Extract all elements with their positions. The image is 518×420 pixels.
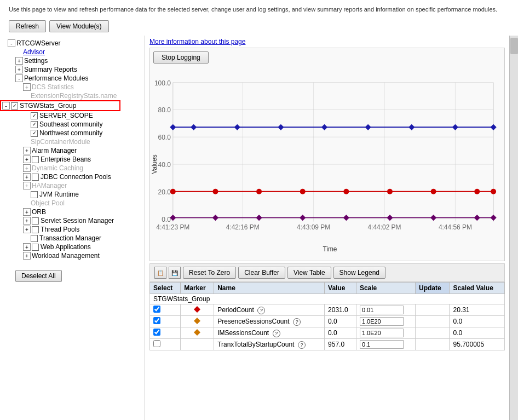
expander-workload-icon[interactable]: +: [23, 252, 31, 260]
sidebar-item-rtcgw[interactable]: - RTCGWServer: [0, 39, 145, 48]
expander-stgw-icon[interactable]: -: [2, 102, 10, 110]
help-icon-im[interactable]: ?: [273, 330, 280, 337]
row-select-cell[interactable]: [150, 304, 181, 316]
sidebar-item-alarm[interactable]: + Alarm Manager: [0, 146, 145, 155]
sidebar-item-summary-reports[interactable]: + Summary Reports: [0, 65, 145, 74]
copy-icon-button[interactable]: 📋: [154, 267, 166, 279]
sidebar-item-dcs[interactable]: + DCS Statistics: [0, 83, 145, 91]
sidebar-item-northwest[interactable]: ✓ Northwest community: [0, 129, 145, 137]
checkbox-enterprise[interactable]: [32, 156, 39, 163]
checkbox-jdbc[interactable]: [32, 174, 39, 181]
help-icon-period[interactable]: ?: [257, 307, 265, 314]
deselect-all-button[interactable]: Deselect All: [15, 270, 62, 282]
sidebar-label-workload: Workload Management: [32, 252, 100, 260]
row-checkbox-presence[interactable]: [153, 317, 160, 324]
sidebar-item-enterprise-beans[interactable]: + Enterprise Beans: [0, 155, 145, 164]
expander-settings-icon[interactable]: +: [15, 57, 23, 65]
export-icon-button[interactable]: 💾: [169, 267, 181, 279]
row-checkbox-im[interactable]: [153, 329, 160, 336]
sidebar-item-orb[interactable]: + ORB: [0, 208, 145, 216]
toolbar: Refresh View Module(s): [0, 17, 518, 36]
row-select-cell[interactable]: [150, 339, 181, 350]
col-header-value: Value: [325, 283, 356, 294]
svg-rect-43: [170, 215, 176, 221]
sidebar-item-jvm[interactable]: JVM Runtime: [0, 190, 145, 199]
sidebar-item-servlet[interactable]: + Servlet Session Manager: [0, 216, 145, 225]
sidebar-label-sip: SipContainerModule: [31, 138, 90, 146]
help-icon-tranx[interactable]: ?: [298, 341, 306, 349]
diamond-marker-im: [194, 329, 200, 336]
svg-point-37: [300, 189, 306, 194]
svg-rect-48: [387, 215, 393, 221]
scale-input-presence[interactable]: [360, 317, 404, 326]
row-scale-cell-presence[interactable]: [356, 316, 415, 327]
sidebar-label-jvm: JVM Runtime: [39, 191, 79, 198]
sidebar-item-web-apps[interactable]: + Web Applications: [0, 243, 145, 251]
sidebar-label-settings: Settings: [24, 57, 48, 65]
reset-to-zero-button[interactable]: Reset To Zero: [183, 267, 236, 279]
scale-input-tranx[interactable]: [360, 340, 404, 349]
svg-text:4:43:09 PM: 4:43:09 PM: [297, 224, 330, 232]
help-icon-presence[interactable]: ?: [293, 318, 301, 326]
expander-orb-icon[interactable]: +: [23, 208, 31, 216]
row-scale-cell-tranx[interactable]: [356, 339, 415, 350]
checkbox-northwest[interactable]: ✓: [31, 130, 38, 137]
svg-rect-49: [430, 215, 436, 221]
sidebar-item-hamanager[interactable]: + HAManager: [0, 181, 145, 190]
expander-servlet-icon[interactable]: +: [23, 217, 31, 225]
checkbox-servlet[interactable]: [32, 217, 39, 225]
expander-enterprise-icon[interactable]: +: [23, 156, 31, 163]
scale-input-im[interactable]: [360, 329, 404, 337]
sidebar-item-settings[interactable]: + Settings: [0, 56, 145, 65]
sidebar-item-advisor[interactable]: Advisor: [0, 48, 145, 56]
sidebar-item-southeast[interactable]: ✓ Southeast community: [0, 120, 145, 129]
sidebar-item-dynamic-caching[interactable]: + Dynamic Caching: [0, 164, 145, 172]
row-checkbox-tranx[interactable]: [153, 340, 160, 347]
sidebar-item-server-scope[interactable]: ✓ SERVER_SCOPE: [0, 111, 145, 120]
expander-thread-icon[interactable]: +: [23, 226, 31, 233]
expander-alarm-icon[interactable]: +: [23, 147, 31, 154]
more-info-link[interactable]: More information about this page: [149, 38, 505, 45]
view-table-button[interactable]: View Table: [287, 267, 331, 279]
clear-buffer-button[interactable]: Clear Buffer: [238, 267, 285, 279]
scroll-thumb[interactable]: [510, 38, 518, 54]
show-legend-button[interactable]: Show Legend: [333, 267, 385, 279]
row-scale-cell-period[interactable]: [356, 304, 415, 316]
expander-jdbc-icon[interactable]: +: [23, 173, 31, 181]
expander-ha-icon[interactable]: +: [23, 182, 31, 189]
sidebar-label-thread-pools: Thread Pools: [41, 226, 79, 233]
row-select-cell[interactable]: [150, 327, 181, 339]
sidebar-item-thread-pools[interactable]: + Thread Pools: [0, 225, 145, 234]
refresh-button[interactable]: Refresh: [9, 20, 46, 32]
expander-web-icon[interactable]: +: [23, 243, 31, 251]
sidebar-item-jdbc[interactable]: + JDBC Connection Pools: [0, 172, 145, 181]
row-select-cell[interactable]: [150, 316, 181, 327]
checkbox-jvm[interactable]: [31, 191, 38, 198]
row-checkbox-period[interactable]: [153, 306, 160, 313]
view-modules-button[interactable]: View Module(s): [49, 20, 108, 32]
checkbox-web-apps[interactable]: [32, 244, 39, 251]
checkbox-southeast[interactable]: ✓: [31, 121, 38, 128]
expander-perf-icon[interactable]: -: [15, 74, 23, 82]
expander-icon[interactable]: -: [8, 39, 15, 47]
sidebar-label-advisor[interactable]: Advisor: [23, 48, 45, 56]
stop-logging-button[interactable]: Stop Logging: [153, 51, 209, 64]
checkbox-transaction[interactable]: [31, 235, 38, 242]
checkbox-server-scope[interactable]: ✓: [31, 112, 38, 119]
sidebar-item-perf-modules[interactable]: - Performance Modules: [0, 74, 145, 83]
svg-rect-31: [408, 124, 415, 130]
svg-rect-44: [212, 215, 218, 221]
row-value-cell-presence: 0.0: [325, 316, 356, 327]
checkbox-thread-pools[interactable]: [32, 226, 39, 233]
sidebar-item-stgw-group[interactable]: - ✓ STGWStats_Group: [0, 100, 120, 111]
scrollbar[interactable]: [509, 36, 518, 420]
row-scale-cell-im[interactable]: [356, 327, 415, 339]
sidebar-item-workload[interactable]: + Workload Management: [0, 251, 145, 260]
checkbox-stgw[interactable]: ✓: [11, 102, 18, 110]
expander-dcs-icon[interactable]: +: [23, 83, 31, 91]
expander-summary-icon[interactable]: +: [15, 66, 23, 73]
scale-input-period[interactable]: [360, 306, 404, 314]
sidebar-item-transaction[interactable]: Transaction Manager: [0, 234, 145, 243]
expander-dynamic-icon[interactable]: +: [23, 164, 31, 172]
table-row: PresenceSessionsCount ? 0.0 0.0: [150, 316, 505, 327]
